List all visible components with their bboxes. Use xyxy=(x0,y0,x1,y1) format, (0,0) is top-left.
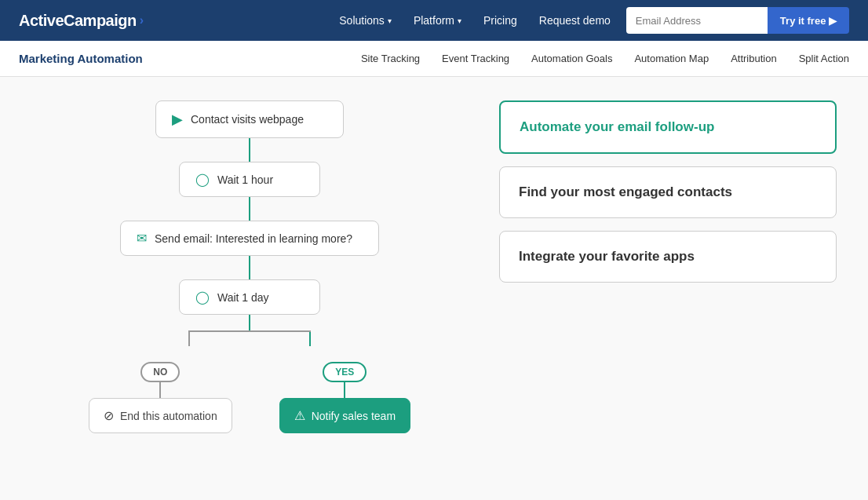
logo-icon: › xyxy=(140,13,144,27)
logo-text: ActiveCampaign xyxy=(19,12,137,30)
branch-right-line xyxy=(309,330,311,346)
notify-sales-button[interactable]: ⚠ Notify sales team xyxy=(279,398,410,433)
connector-2 xyxy=(249,197,250,221)
trigger-label: Contact visits webpage xyxy=(191,113,304,126)
connector-1 xyxy=(249,138,250,162)
trigger-node[interactable]: ▶ Contact visits webpage xyxy=(155,100,344,138)
panel-card-2[interactable]: Integrate your favorite apps xyxy=(499,231,837,283)
email-input[interactable] xyxy=(626,7,768,34)
branch-connector xyxy=(148,315,352,362)
no-branch: NO ⊘ End this automation xyxy=(89,362,232,433)
clock-icon-1: ◯ xyxy=(195,172,210,187)
nav-site-tracking[interactable]: Site Tracking xyxy=(361,53,420,64)
try-free-button[interactable]: Try it free ▶ xyxy=(768,7,849,34)
logo[interactable]: ActiveCampaign › xyxy=(19,12,144,30)
panel-card-1[interactable]: Find your most engaged contacts xyxy=(499,166,837,218)
top-navigation: ActiveCampaign › Solutions ▾ Platform ▾ … xyxy=(0,0,868,41)
yes-branch: YES ⚠ Notify sales team xyxy=(279,362,410,433)
branch-row: NO ⊘ End this automation YES ⚠ Notify sa… xyxy=(116,362,383,433)
secondary-navigation: Marketing Automation Site Tracking Event… xyxy=(0,41,868,77)
notify-icon: ⚠ xyxy=(294,408,305,423)
email-node[interactable]: ✉ Send email: Interested in learning mor… xyxy=(120,221,379,256)
mail-icon: ✉ xyxy=(137,231,147,246)
panel-card-title-1: Find your most engaged contacts xyxy=(519,184,817,200)
notify-label: Notify sales team xyxy=(312,410,396,422)
right-panel: Automate your email follow-up Find your … xyxy=(499,93,837,484)
email-label: Send email: Interested in learning more? xyxy=(155,232,352,245)
panel-card-0[interactable]: Automate your email follow-up xyxy=(499,100,837,154)
end-icon: ⊘ xyxy=(104,408,114,423)
branch-left-line xyxy=(188,330,190,346)
wait2-label: Wait 1 day xyxy=(217,291,269,304)
connector-3 xyxy=(249,256,250,279)
yes-badge: YES xyxy=(323,362,367,382)
nav-attribution[interactable]: Attribution xyxy=(731,53,777,64)
nav-solutions[interactable]: Solutions ▾ xyxy=(339,14,392,27)
automation-flow: ▶ Contact visits webpage ◯ Wait 1 hour ✉… xyxy=(31,93,468,484)
section-title: Marketing Automation xyxy=(19,52,143,65)
wait2-node[interactable]: ◯ Wait 1 day xyxy=(179,279,320,315)
cursor-icon: ▶ xyxy=(172,111,183,128)
end-label: End this automation xyxy=(120,410,217,422)
wait1-label: Wait 1 hour xyxy=(217,173,273,186)
nav-automation-goals[interactable]: Automation Goals xyxy=(531,53,612,64)
clock-icon-2: ◯ xyxy=(195,290,210,305)
nav-pricing[interactable]: Pricing xyxy=(483,14,517,27)
wait1-node[interactable]: ◯ Wait 1 hour xyxy=(179,162,320,197)
nav-event-tracking[interactable]: Event Tracking xyxy=(442,53,509,64)
main-content: ▶ Contact visits webpage ◯ Wait 1 hour ✉… xyxy=(0,77,868,500)
nav-platform[interactable]: Platform ▾ xyxy=(414,14,461,27)
no-connector xyxy=(159,382,161,398)
nav-request-demo[interactable]: Request demo xyxy=(539,14,611,27)
end-automation-button[interactable]: ⊘ End this automation xyxy=(89,398,232,433)
nav-split-action[interactable]: Split Action xyxy=(799,53,849,64)
flow-outer: ▶ Contact visits webpage ◯ Wait 1 hour ✉… xyxy=(116,100,383,433)
yes-connector xyxy=(344,382,345,398)
sec-nav-links: Site Tracking Event Tracking Automation … xyxy=(361,53,849,64)
no-badge: NO xyxy=(140,362,180,382)
top-nav-links: Solutions ▾ Platform ▾ Pricing Request d… xyxy=(339,14,611,27)
panel-card-title-2: Integrate your favorite apps xyxy=(519,249,817,265)
nav-automation-map[interactable]: Automation Map xyxy=(634,53,709,64)
panel-card-title-0: Automate your email follow-up xyxy=(520,119,816,135)
